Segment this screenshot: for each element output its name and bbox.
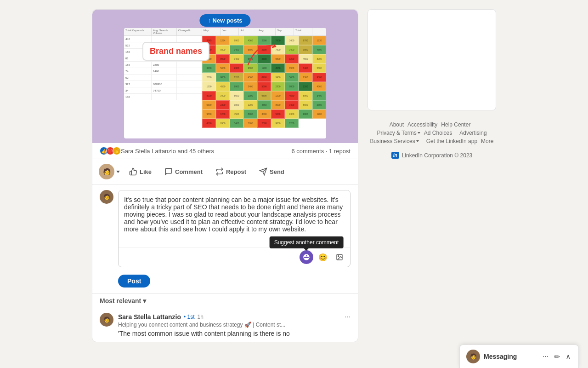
reactions-bar: 👍 ❤️ 👏 Sara Stella Lattanzio and 45 othe…	[92, 143, 358, 159]
heatmap-cell: 9800	[243, 63, 257, 73]
chevron-down-icon	[116, 171, 120, 173]
image-button[interactable]	[333, 250, 346, 264]
heatmap-cell: 2300	[271, 82, 285, 91]
heatmap-cell: 3400	[243, 82, 257, 91]
ai-suggest-icon	[303, 253, 310, 261]
main-column: ↑ New posts Total Keywords Avg. Search V…	[92, 9, 358, 342]
heatmap-cell: 2300	[243, 91, 257, 100]
heatmap-cell: 3400	[285, 36, 299, 45]
heatmap-cell: 9800	[312, 73, 326, 82]
post-image-area: ↑ New posts Total Keywords Avg. Search V…	[92, 10, 358, 143]
comment-author-badge: • 1st	[184, 314, 195, 320]
heatmap-cell: 4560	[230, 109, 243, 119]
comment-input-area: It's so true that poor content planning …	[118, 190, 351, 267]
comment-content: Sara Stella Lattanzio • 1st 1h ··· Helpi…	[118, 313, 351, 337]
footer-more-link[interactable]: More	[481, 138, 493, 144]
messaging-compose-button[interactable]: ✏	[553, 351, 561, 362]
messaging-bar[interactable]: 🧑 Messaging ··· ✏ ∧	[459, 345, 579, 368]
footer-privacy-terms-dropdown[interactable]: Privacy & Terms	[377, 130, 420, 136]
like-icon	[129, 167, 137, 176]
heatmap-grid: 3245123489004560230078003400678012301200…	[202, 36, 326, 128]
new-posts-button[interactable]: ↑ New posts	[199, 14, 250, 27]
footer-privacy-terms-link[interactable]: Privacy & Terms	[377, 130, 416, 136]
heatmap-cell: 1234	[216, 36, 230, 45]
emoji-button[interactable]: 😊	[316, 250, 330, 264]
reactions-counts: 6 comments · 1 repost	[291, 148, 351, 155]
heatmap-cell: 8900	[299, 91, 312, 100]
heatmap-cell: 2300	[216, 100, 230, 109]
col-header-3: Change%	[177, 28, 202, 35]
heatmap-cell: 3400	[216, 91, 230, 100]
heatmap-cell: 3400	[312, 91, 326, 100]
footer-accessibility-link[interactable]: Accessibility	[407, 121, 437, 128]
like-button[interactable]: Like	[123, 160, 158, 183]
heatmap-cell: 9800	[257, 91, 271, 100]
footer-ad-choices-link[interactable]: Ad Choices	[424, 130, 452, 136]
heatmap-cell: 4560	[257, 100, 271, 109]
sheet-row: 106	[124, 94, 202, 100]
messaging-collapse-button[interactable]: ∧	[565, 351, 572, 362]
heatmap-cell: 4560	[271, 63, 285, 73]
footer-get-app-link[interactable]: Get the LinkedIn app	[426, 138, 477, 144]
heatmap-cell: 1200	[299, 82, 312, 91]
spreadsheet-image: Total Keywords Avg. Search Volume Change…	[124, 28, 326, 138]
col-header-2: Avg. Search Volume	[152, 28, 177, 35]
heatmap-cell: 9800	[216, 45, 230, 54]
heatmap-cell: 9800	[299, 109, 312, 119]
heatmap-cell: 9800	[216, 73, 230, 82]
heatmap-cell: 4500	[312, 45, 326, 54]
heatmap-cell: 8900	[285, 63, 299, 73]
col-header-1: Total Keywords	[124, 28, 152, 35]
reactions-left: 👍 ❤️ 👏 Sara Stella Lattanzio and 45 othe…	[100, 147, 214, 155]
heatmap-cell: 8900	[202, 91, 216, 100]
comment-button[interactable]: Comment	[158, 160, 209, 183]
page-wrapper: ↑ New posts Total Keywords Avg. Search V…	[0, 0, 588, 351]
sheet-header: Total Keywords Avg. Search Volume Change…	[124, 28, 326, 36]
heatmap-cell: 5600	[257, 82, 271, 91]
heatmap-cell: 4560	[243, 73, 257, 82]
heatmap-cell: 8900	[230, 36, 243, 45]
brand-names-label: Brand names	[142, 42, 209, 61]
footer-business-services-link[interactable]: Business Services	[370, 138, 415, 144]
linkedin-copyright: LinkedIn Corporation © 2023	[402, 152, 473, 159]
heatmap-cell: 5600	[299, 100, 312, 109]
comment-icon	[164, 167, 173, 176]
avatar: 🧑	[99, 164, 114, 179]
heatmap-cell: 1230	[312, 36, 326, 45]
heatmap-cell: 9800	[285, 82, 299, 91]
heatmap-cell: 3400	[271, 73, 285, 82]
comment-item: 🧑 Sara Stella Lattanzio • 1st 1h ··· Hel…	[92, 308, 358, 342]
repost-button[interactable]: Repost	[209, 160, 253, 183]
heatmap-cell: 8900	[271, 100, 285, 109]
comment-menu-button[interactable]: ···	[345, 313, 351, 321]
heatmap-cell: 3400	[299, 63, 312, 73]
send-button[interactable]: Send	[253, 160, 291, 183]
heatmap-cell: 1200	[216, 109, 230, 119]
heatmap-cell: 4560	[312, 82, 326, 91]
action-bar: 🧑 Like Comment Repost Send	[92, 159, 358, 184]
footer-help-center-link[interactable]: Help Center	[441, 121, 470, 128]
footer-about-link[interactable]: About	[390, 121, 404, 128]
comment-section: 🧑 It's so true that poor content plannin…	[92, 184, 358, 273]
heatmap-cell: 9800	[271, 119, 285, 128]
most-relevant-bar[interactable]: Most relevant ▾	[92, 293, 358, 308]
heatmap-cell: 6780	[299, 36, 312, 45]
heatmap-cell: 3400	[257, 109, 271, 119]
heatmap-cell: 7800	[271, 45, 285, 54]
suggest-tooltip-wrapper: Suggest another comment	[300, 250, 313, 264]
footer-advertising-link[interactable]: Advertising	[459, 130, 486, 136]
heatmap-cell: 5600	[243, 45, 257, 54]
footer-business-services-dropdown[interactable]: Business Services	[370, 138, 419, 144]
heatmap-cell: 1200	[271, 91, 285, 100]
sheet-row: 62	[124, 75, 202, 81]
post-button[interactable]: Post	[118, 275, 150, 288]
avatar-dropdown-button[interactable]: 🧑	[96, 160, 123, 183]
messaging-dots-button[interactable]: ···	[542, 351, 549, 362]
like-label: Like	[140, 168, 152, 175]
heatmap-cell: 8900	[216, 119, 230, 128]
linkedin-footer: in LinkedIn Corporation © 2023	[368, 152, 496, 159]
comment-time: 1h	[197, 314, 203, 320]
heatmap-cell: 8900	[230, 82, 243, 91]
comment-subtitle: Helping you connect content and business…	[118, 322, 351, 328]
send-label: Send	[270, 168, 284, 175]
